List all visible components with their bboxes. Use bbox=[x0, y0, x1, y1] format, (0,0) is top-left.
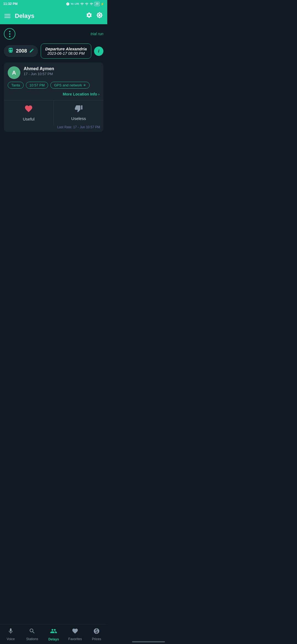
yo-badge: Yo bbox=[71, 2, 74, 5]
more-info-label: More Location Info bbox=[63, 92, 97, 96]
avatar: A bbox=[8, 66, 20, 79]
tag-location[interactable]: Tanta bbox=[8, 82, 24, 89]
app-bar-actions bbox=[86, 12, 103, 20]
charging-icon: ⚡ bbox=[101, 2, 104, 6]
reporter-name: Ahmed Aymen bbox=[24, 66, 100, 71]
thumbdown-icon bbox=[75, 104, 83, 114]
info-button[interactable]: i bbox=[94, 47, 103, 56]
tag-gps[interactable]: GPS and network ✳ bbox=[50, 82, 90, 89]
tags-row: Tanta 10:57 PM GPS and network ✳ bbox=[4, 82, 103, 91]
lte-badge: LTE bbox=[75, 2, 79, 5]
settings-button[interactable] bbox=[86, 12, 92, 20]
status-bar: 11:32 PM Yo LTE 29 ⚡ bbox=[0, 0, 107, 8]
page-title: Delays bbox=[15, 12, 81, 20]
dots-menu-button[interactable] bbox=[4, 28, 15, 40]
dots-vertical-icon bbox=[9, 31, 10, 37]
train-row: 2008 Departure Alexandria 2023-06-17 08:… bbox=[4, 43, 103, 59]
signal2-icon bbox=[85, 2, 89, 6]
info-icon: i bbox=[98, 49, 99, 54]
more-info-link[interactable]: More Location Info › bbox=[63, 92, 100, 96]
train-icon bbox=[8, 47, 14, 55]
useless-label: Useless bbox=[71, 116, 86, 121]
report-header: A Ahmed Aymen 17 - Jun 10:57 PM bbox=[4, 62, 103, 82]
useless-button[interactable]: Useless bbox=[54, 100, 104, 125]
menu-button[interactable] bbox=[4, 14, 10, 18]
departure-box[interactable]: Departure Alexandria 2023-06-17 08:00 PM bbox=[41, 43, 91, 59]
signal1-icon bbox=[80, 2, 84, 6]
departure-city: Departure Alexandria bbox=[45, 47, 87, 51]
trial-run-label: trial run bbox=[90, 32, 103, 36]
report-time: 17 - Jun 10:57 PM bbox=[24, 72, 100, 76]
main-content: trial run 2008 Departure Alexandria 2023… bbox=[0, 24, 107, 132]
train-badge[interactable]: 2008 bbox=[4, 45, 38, 57]
report-card: A Ahmed Aymen 17 - Jun 10:57 PM Tanta 10… bbox=[4, 62, 103, 132]
top-row: trial run bbox=[4, 28, 103, 40]
rate-section: Useful Useless bbox=[4, 100, 103, 125]
departure-date: 2023-06-17 08:00 PM bbox=[45, 51, 87, 56]
train-number: 2008 bbox=[16, 48, 27, 54]
chevron-right-icon: › bbox=[98, 92, 100, 96]
alarm-icon bbox=[66, 2, 70, 6]
status-icons: Yo LTE 29 ⚡ bbox=[66, 2, 104, 6]
more-info-row: More Location Info › bbox=[4, 91, 103, 100]
app-bar: Delays bbox=[0, 8, 107, 24]
brightness-button[interactable] bbox=[96, 12, 103, 20]
report-meta: Ahmed Aymen 17 - Jun 10:57 PM bbox=[24, 66, 100, 76]
last-rate-text: Last Rate: 17 - Jun 10:57 PM bbox=[4, 125, 103, 132]
useful-button[interactable]: Useful bbox=[4, 100, 54, 125]
status-time: 11:32 PM bbox=[3, 2, 18, 6]
battery-icon: 29 bbox=[94, 2, 100, 6]
wifi-icon bbox=[90, 2, 93, 6]
edit-icon[interactable] bbox=[29, 48, 34, 54]
heart-icon bbox=[24, 104, 33, 115]
tag-time[interactable]: 10:57 PM bbox=[26, 82, 48, 89]
useful-label: Useful bbox=[23, 117, 35, 121]
